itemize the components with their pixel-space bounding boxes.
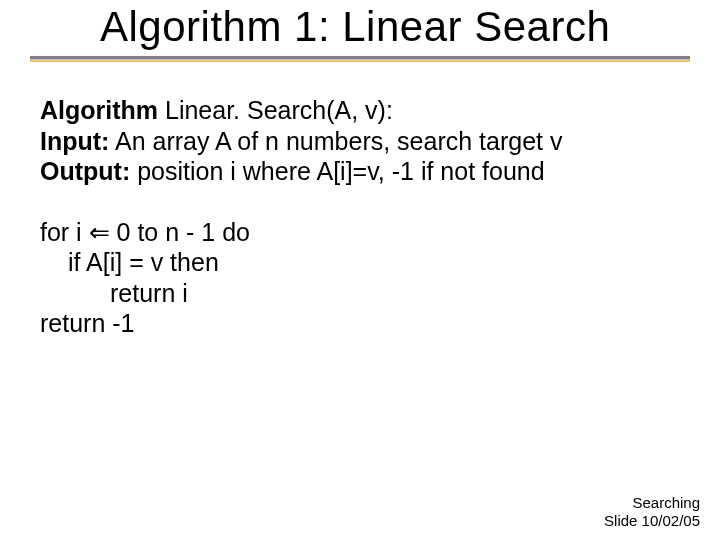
label-output: Output:: [40, 157, 130, 185]
title-area: Algorithm 1: Linear Search: [0, 0, 720, 50]
footer-date: Slide 10/02/05: [604, 512, 700, 530]
input-text: An array A of n numbers, search target v: [115, 127, 562, 155]
pseudocode-block: for i ⇐ 0 to n - 1 do if A[i] = v then r…: [40, 217, 680, 339]
algorithm-line: Algorithm Linear. Search(A, v):: [40, 95, 680, 126]
slide-footer: Searching Slide 10/02/05: [604, 494, 700, 530]
output-text: position i where A[i]=v, -1 if not found: [137, 157, 544, 185]
footer-topic: Searching: [604, 494, 700, 512]
code-text: 0 to n - 1 do: [117, 218, 250, 246]
slide-body: Algorithm Linear. Search(A, v): Input: A…: [0, 59, 720, 339]
slide-title: Algorithm 1: Linear Search: [100, 4, 720, 50]
code-text: for i: [40, 218, 89, 246]
code-line-if: if A[i] = v then: [40, 247, 680, 278]
algorithm-signature: Linear. Search(A, v):: [165, 96, 393, 124]
code-line-for: for i ⇐ 0 to n - 1 do: [40, 217, 680, 248]
horizontal-rule: [30, 56, 690, 59]
slide: Algorithm 1: Linear Search Algorithm Lin…: [0, 0, 720, 540]
left-arrow-icon: ⇐: [89, 218, 110, 246]
label-algorithm: Algorithm: [40, 96, 158, 124]
label-input: Input:: [40, 127, 109, 155]
code-line-return-i: return i: [40, 278, 680, 309]
output-line: Output: position i where A[i]=v, -1 if n…: [40, 156, 680, 187]
code-line-return-neg1: return -1: [40, 308, 680, 339]
input-line: Input: An array A of n numbers, search t…: [40, 126, 680, 157]
